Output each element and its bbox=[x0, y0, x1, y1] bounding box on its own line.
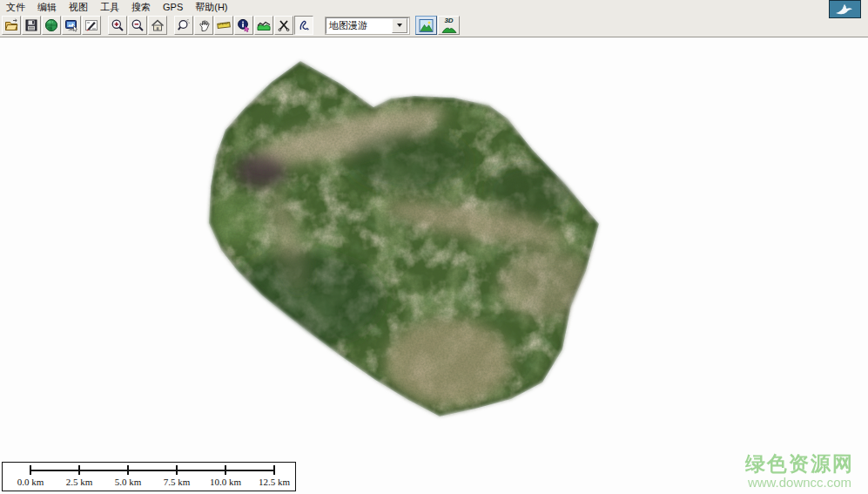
ruler-icon bbox=[217, 18, 231, 32]
scale-label: 7.5 km bbox=[164, 477, 191, 487]
menu-help[interactable]: 帮助(H) bbox=[189, 0, 233, 15]
scale-tick bbox=[78, 465, 80, 475]
scale-tick bbox=[273, 465, 275, 475]
menu-search[interactable]: 搜索 bbox=[125, 0, 157, 15]
scale-label: 2.5 km bbox=[66, 477, 93, 487]
scale-tick bbox=[127, 465, 129, 475]
clear-button[interactable] bbox=[274, 16, 293, 35]
view-3d-label: 3D bbox=[444, 17, 453, 24]
menu-tools[interactable]: 工具 bbox=[94, 0, 125, 15]
monitor-icon bbox=[64, 18, 78, 32]
site-watermark: 绿色资源网 www.downcc.com bbox=[745, 453, 854, 490]
terrain-profile-icon bbox=[257, 18, 271, 32]
draw-button[interactable] bbox=[294, 16, 313, 35]
measure-button[interactable] bbox=[214, 16, 233, 35]
toolbar-group-tools bbox=[174, 16, 314, 35]
scale-label: 10.0 km bbox=[210, 477, 241, 487]
magnifier-icon bbox=[177, 18, 191, 32]
menu-edit[interactable]: 编辑 bbox=[31, 0, 63, 15]
three-d-icon bbox=[441, 24, 457, 33]
web-map-button[interactable] bbox=[42, 16, 61, 35]
full-extent-button[interactable] bbox=[148, 16, 167, 35]
scale-label: 0.0 km bbox=[17, 477, 44, 487]
profile-button[interactable] bbox=[254, 16, 273, 35]
app-logo-button[interactable] bbox=[829, 0, 861, 18]
screen-display-button[interactable] bbox=[62, 16, 81, 35]
menu-view[interactable]: 视图 bbox=[63, 0, 94, 15]
info-icon bbox=[237, 18, 251, 32]
pen-icon bbox=[297, 18, 311, 32]
scale-tick bbox=[225, 465, 226, 475]
toolbar-group-view: 3D bbox=[415, 16, 461, 35]
zoom-in-button[interactable] bbox=[108, 16, 127, 35]
zoom-out-button[interactable] bbox=[128, 16, 147, 35]
plot-button[interactable] bbox=[82, 16, 101, 35]
image-icon bbox=[419, 18, 434, 33]
application-window: 文件 编辑 视图 工具 搜索 GPS 帮助(H) bbox=[0, 0, 868, 494]
scale-line bbox=[30, 470, 275, 471]
identify-button[interactable] bbox=[234, 16, 253, 35]
hand-icon bbox=[197, 18, 211, 32]
zoom-out-icon bbox=[131, 18, 145, 32]
image-mode-button[interactable] bbox=[415, 16, 437, 35]
view-3d-button[interactable]: 3D bbox=[438, 16, 460, 35]
bird-logo-icon bbox=[830, 1, 860, 17]
toolbar-group-file bbox=[2, 16, 102, 35]
combobox-dropdown-button[interactable] bbox=[392, 18, 407, 33]
map-svg bbox=[0, 38, 868, 494]
toolbar-group-zoom bbox=[108, 16, 168, 35]
toolbar: 地图漫游 3D bbox=[0, 14, 868, 37]
zoom-in-icon bbox=[111, 18, 124, 32]
menu-file[interactable]: 文件 bbox=[0, 0, 31, 15]
pan-button[interactable] bbox=[194, 16, 213, 35]
menu-bar: 文件 编辑 视图 工具 搜索 GPS 帮助(H) bbox=[0, 0, 868, 14]
scale-tick bbox=[176, 465, 178, 475]
scale-tick bbox=[30, 465, 31, 475]
map-canvas[interactable]: 0.0 km 2.5 km 5.0 km 7.5 km 10.0 km 12.5… bbox=[0, 38, 868, 494]
watermark-site-name: 绿色资源网 bbox=[745, 453, 854, 475]
zoom-select-button[interactable] bbox=[174, 16, 193, 35]
floppy-icon bbox=[24, 18, 38, 32]
chevron-down-icon bbox=[397, 24, 402, 27]
home-icon bbox=[151, 18, 165, 32]
mode-combobox[interactable]: 地图漫游 bbox=[326, 17, 409, 34]
plotter-pen-icon bbox=[84, 18, 98, 32]
save-button[interactable] bbox=[22, 16, 41, 35]
globe-icon bbox=[44, 18, 58, 32]
map-scale-bar: 0.0 km 2.5 km 5.0 km 7.5 km 10.0 km 12.5… bbox=[2, 462, 296, 491]
menu-gps[interactable]: GPS bbox=[157, 1, 189, 13]
scissors-icon bbox=[277, 18, 291, 32]
scale-label: 5.0 km bbox=[115, 477, 142, 487]
folder-open-icon bbox=[4, 18, 18, 32]
mode-combobox-value: 地图漫游 bbox=[326, 19, 392, 32]
open-file-button[interactable] bbox=[2, 16, 21, 35]
scale-label: 12.5 km bbox=[259, 477, 290, 487]
watermark-site-url: www.downcc.com bbox=[745, 476, 854, 491]
map-region-image bbox=[196, 51, 614, 426]
